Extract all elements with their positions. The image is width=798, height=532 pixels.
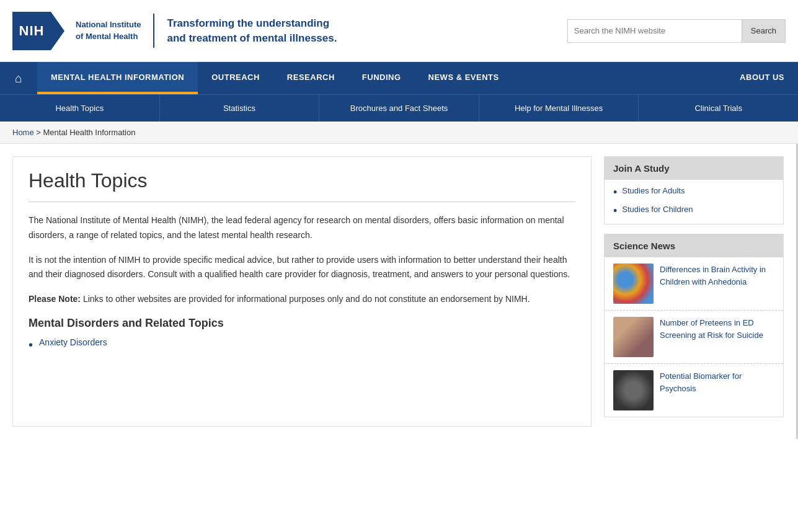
news-link-1[interactable]: Differences in Brain Activity in Childre… [660,264,774,304]
home-icon: ⌂ [15,71,22,86]
topic-list: • Anxiety Disorders [29,337,575,351]
news-link-2[interactable]: Number of Preteens in ED Screening at Ri… [660,317,774,357]
org-name: National Institute of Mental Health [76,19,141,42]
list-item: • Studies for Adults [613,186,774,200]
note-bold-label: Please Note: [29,294,81,304]
sec-nav-help[interactable]: Help for Mental Illnesses [479,95,639,122]
news-link-3[interactable]: Potential Biomarker for Psychosis [660,370,774,410]
list-item: • Studies for Children [613,205,774,218]
sec-nav-statistics[interactable]: Statistics [160,95,320,122]
site-header: NIH National Institute of Mental Health … [0,0,798,62]
sidebar: Join A Study • Studies for Adults • Stud… [604,156,784,427]
news-thumbnail-person [613,317,654,357]
intro-paragraph-1: The National Institute of Mental Health … [29,213,575,243]
primary-navigation: ⌂ MENTAL HEALTH INFORMATION OUTREACH RES… [0,62,798,94]
nav-item-mental-health[interactable]: MENTAL HEALTH INFORMATION [37,62,198,94]
breadcrumb-current: Mental Health Information [43,128,136,137]
nih-abbreviation: NIH [19,23,45,39]
breadcrumb-separator: > [36,128,43,137]
sec-nav-brochures[interactable]: Brochures and Fact Sheets [319,95,479,122]
bullet-icon: • [613,205,617,218]
site-tagline: Transforming the understanding and treat… [167,16,337,46]
sec-nav-health-topics[interactable]: Health Topics [0,95,160,122]
nav-item-research[interactable]: RESEARCH [273,62,348,94]
join-study-list: • Studies for Adults • Studies for Child… [605,180,783,224]
nih-arrow-icon [51,12,64,50]
secondary-navigation: Health Topics Statistics Brochures and F… [0,94,798,122]
search-button[interactable]: Search [742,20,785,42]
list-item: • Anxiety Disorders [29,337,575,351]
news-item-2: Number of Preteens in ED Screening at Ri… [605,311,783,364]
news-item-1: Differences in Brain Activity in Childre… [605,257,783,311]
intro-paragraph-2: It is not the intention of NIMH to provi… [29,253,575,283]
nav-item-funding[interactable]: FUNDING [348,62,415,94]
news-item-3: Potential Biomarker for Psychosis [605,364,783,417]
studies-adults-link[interactable]: Studies for Adults [622,186,685,195]
science-news-section: Science News Differences in Brain Activi… [604,234,784,417]
breadcrumb: Home > Mental Health Information [0,122,798,144]
main-content: Health Topics The National Institute of … [12,156,592,427]
logo-divider [153,14,154,48]
news-thumbnail-brain [613,264,654,304]
studies-children-link[interactable]: Studies for Children [622,205,693,214]
news-thumbnail-heart [613,370,654,410]
note-text: Links to other websites are provided for… [83,294,530,304]
breadcrumb-home[interactable]: Home [12,128,34,137]
sec-nav-clinical-trials[interactable]: Clinical Trials [639,95,798,122]
home-nav-button[interactable]: ⌂ [0,62,37,94]
join-study-section: Join A Study • Studies for Adults • Stud… [604,156,784,224]
nih-box: NIH [12,12,51,50]
logo-area: NIH National Institute of Mental Health [12,12,141,50]
science-news-header: Science News [605,234,783,257]
nav-item-outreach[interactable]: OUTREACH [198,62,273,94]
page-title: Health Topics [29,169,575,192]
nav-item-news-events[interactable]: NEWS & EVENTS [415,62,513,94]
title-divider [29,202,575,202]
bullet-icon: • [613,186,617,200]
nih-logo: NIH [12,12,64,50]
section-title: Mental Disorders and Related Topics [29,317,575,330]
search-area: Search [567,19,786,43]
note-paragraph: Please Note: Links to other websites are… [29,292,575,307]
bullet-dot-icon: • [29,339,33,351]
topic-link-anxiety[interactable]: Anxiety Disorders [39,337,107,347]
join-study-header: Join A Study [605,157,783,180]
main-container: Health Topics The National Institute of … [0,144,798,439]
nav-item-about-us[interactable]: ABOUT US [726,62,798,94]
search-input[interactable] [568,20,742,42]
